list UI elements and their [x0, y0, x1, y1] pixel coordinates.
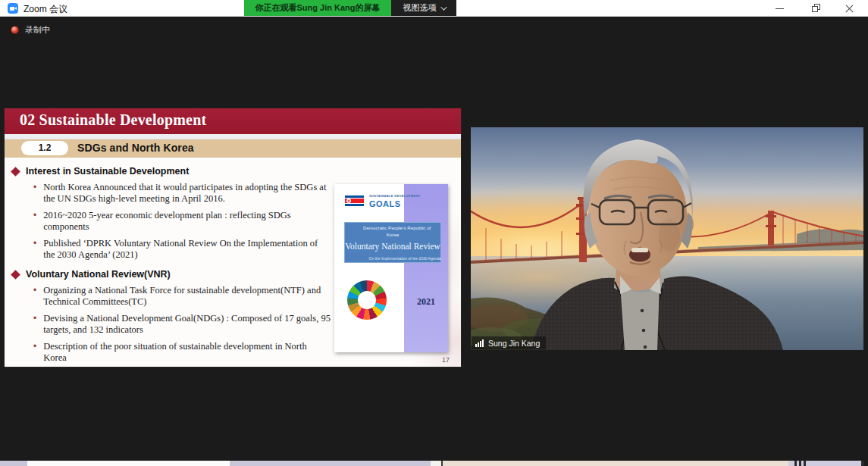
- sdg-goals-logo: SUSTAINABLE DEVELOPMENT GOALS: [369, 194, 415, 208]
- sdg-wheel-icon: [347, 280, 387, 320]
- cover-side-column: [404, 184, 448, 352]
- diamond-bullet-icon: [11, 167, 20, 177]
- zoom-logo-icon: [8, 3, 18, 14]
- slide-section-bar: 1.2 SDGs and North Korea: [5, 139, 461, 158]
- restore-button[interactable]: [801, 0, 832, 17]
- window-sliver-segment: [0, 461, 27, 466]
- window-sliver-segment: [230, 461, 431, 466]
- minimize-button[interactable]: [764, 0, 796, 17]
- chevron-down-icon: [440, 4, 447, 10]
- recording-label: 录制中: [25, 24, 50, 36]
- minimize-icon: [776, 8, 784, 9]
- view-options-label: 视图选项: [403, 3, 437, 12]
- window-title: Zoom 会议: [24, 3, 67, 16]
- participant-name: Sung Jin Kang: [488, 339, 540, 348]
- window-sliver-divider: [861, 461, 864, 466]
- window-sliver-segment: [431, 461, 441, 466]
- participant-name-tag: Sung Jin Kang: [472, 336, 546, 349]
- cover-year: 2021: [404, 296, 448, 308]
- section-number-pill: 1.2: [21, 141, 68, 155]
- title-bar: Zoom 会议 你正在观看Sung Jin Kang的屏幕 视图选项: [0, 0, 868, 17]
- cover-title-box: Democratic People's Republic of Korea Vo…: [344, 222, 441, 263]
- slide-bullet: Description of the poor situation of sus…: [33, 341, 338, 364]
- window-sliver-segment: [443, 461, 788, 466]
- vnr-report-cover: SUSTAINABLE DEVELOPMENT GOALS Democratic…: [334, 184, 448, 352]
- screen-share-banner: 你正在观看Sung Jin Kang的屏幕: [244, 0, 391, 16]
- shared-screen-area: 录制中 02 Sustainable Development 1.2 SDGs …: [0, 17, 868, 461]
- slide-bullet: 2016~2020 5-year economic development pl…: [33, 210, 338, 233]
- slide-heading: Interest in Sustainable Development: [11, 166, 461, 177]
- section-title: SDGs and North Korea: [77, 142, 194, 154]
- slide-page-number: 17: [442, 356, 450, 364]
- window-sliver-segment: [27, 461, 230, 466]
- video-scene: [471, 127, 863, 350]
- window-sliver-tick: [804, 461, 806, 466]
- slide-divider: [5, 134, 461, 139]
- diamond-bullet-icon: [11, 270, 20, 280]
- slide-bullet: Published ‘DPRK Voluntary National Revie…: [33, 238, 338, 261]
- slide-title: 02 Sustainable Development: [20, 111, 206, 129]
- north-korea-flag-icon: [345, 195, 364, 206]
- presentation-slide: 02 Sustainable Development 1.2 SDGs and …: [5, 108, 461, 367]
- signal-bars-icon: [475, 339, 484, 347]
- recording-dot-icon: [11, 26, 19, 34]
- participant-video-tile: Sung Jin Kang: [471, 127, 863, 350]
- recording-indicator: 录制中: [11, 24, 50, 36]
- slide-bullet: North Korea Announced that it would part…: [33, 182, 338, 205]
- view-options-button[interactable]: 视图选项: [391, 0, 456, 16]
- zoom-meeting-window: Zoom 会议 你正在观看Sung Jin Kang的屏幕 视图选项 录制中 0…: [0, 0, 868, 466]
- window-sliver-tick: [794, 461, 797, 466]
- close-button[interactable]: [834, 0, 866, 17]
- slide-title-banner: 02 Sustainable Development: [5, 108, 461, 134]
- slide-bullet: Devising a National Development Goal(NDG…: [33, 313, 338, 336]
- slide-bullet: Organizing a National Task Force for sus…: [33, 285, 338, 308]
- window-sliver-tick: [799, 461, 801, 466]
- background-window-sliver: [0, 461, 868, 466]
